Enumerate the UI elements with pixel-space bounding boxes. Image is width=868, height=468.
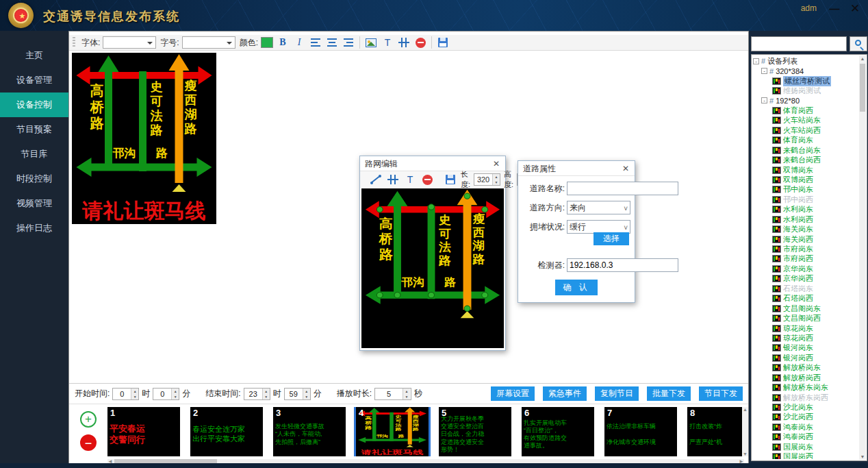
scroll-up-icon[interactable]: ▲ bbox=[742, 407, 748, 412]
spin-down-icon[interactable]: ▼ bbox=[403, 394, 410, 399]
tree-device-维扬岗测试[interactable]: 维扬岗测试 bbox=[783, 86, 821, 96]
color-swatch[interactable] bbox=[261, 37, 273, 48]
align-right-icon[interactable] bbox=[342, 36, 355, 49]
tree-device-体育岗西[interactable]: 体育岗西 bbox=[783, 106, 813, 116]
tree-device-海关岗东[interactable]: 海关岗东 bbox=[783, 224, 813, 234]
tree-device-邗中岗东[interactable]: 邗中岗东 bbox=[783, 184, 813, 195]
control-point[interactable] bbox=[376, 207, 383, 212]
line-tool-icon[interactable] bbox=[369, 173, 383, 186]
tree-device-文昌阁岗东[interactable]: 文昌阁岗东 bbox=[783, 304, 821, 314]
detector-field[interactable] bbox=[567, 258, 678, 272]
remove-frame-button[interactable]: − bbox=[80, 434, 97, 451]
minimize-icon[interactable]: — bbox=[826, 1, 843, 16]
spin-up-icon[interactable]: ▲ bbox=[131, 389, 138, 394]
duration-stepper[interactable]: 5 ▲▼ bbox=[374, 388, 411, 400]
image-icon[interactable] bbox=[364, 36, 378, 49]
action-button-2[interactable]: 复制节目 bbox=[595, 386, 639, 401]
tree-device-双博岗东[interactable]: 双博岗东 bbox=[783, 165, 813, 175]
align-center-icon[interactable] bbox=[325, 36, 339, 49]
spin-up-icon[interactable]: ▲ bbox=[172, 389, 179, 394]
tree-device-解放桥岗东[interactable]: 解放桥岗东 bbox=[783, 362, 821, 373]
spin-up-icon[interactable]: ▲ bbox=[303, 389, 310, 394]
action-button-3[interactable]: 批量下发 bbox=[647, 386, 691, 401]
tree-collapse-icon[interactable]: - bbox=[761, 68, 767, 74]
frame-thumbnail-3[interactable]: 3发生轻微交通事故“人未伤，车能动,先拍照，后撤离” bbox=[273, 407, 346, 456]
end-minute-stepper[interactable]: 59 ▲▼ bbox=[284, 388, 311, 400]
control-point[interactable] bbox=[482, 292, 488, 297]
tree-device-螺丝湾桥测试[interactable]: 螺丝湾桥测试 bbox=[783, 76, 831, 86]
control-point[interactable] bbox=[429, 292, 435, 297]
end-hour-stepper[interactable]: 23 ▲▼ bbox=[244, 388, 270, 400]
tree-device-来鹤台岗东[interactable]: 来鹤台岗东 bbox=[783, 145, 821, 156]
tree-device-市府岗西[interactable]: 市府岗西 bbox=[783, 254, 813, 264]
delete-icon[interactable] bbox=[420, 173, 434, 186]
length-stepper[interactable]: 320 ▲▼ bbox=[474, 173, 500, 186]
control-point[interactable] bbox=[464, 193, 470, 199]
close-icon[interactable]: ✕ bbox=[491, 156, 502, 171]
tree-device-文昌阁岗西[interactable]: 文昌阁岗西 bbox=[783, 313, 821, 323]
tree-device-沙北岗西[interactable]: 沙北岗西 bbox=[783, 412, 813, 422]
action-button-1[interactable]: 紧急事件 bbox=[543, 386, 587, 401]
frame-thumbnail-8[interactable]: 8打击改装“炸 严查严处“机 bbox=[687, 407, 744, 456]
control-point[interactable] bbox=[482, 207, 488, 212]
control-point[interactable] bbox=[464, 306, 470, 311]
save-icon[interactable] bbox=[436, 36, 450, 49]
tree-device-鸿泰岗西[interactable]: 鸿泰岗西 bbox=[783, 432, 813, 442]
sidebar-item-3[interactable]: 节目预案 bbox=[0, 117, 68, 142]
road-tool-icon[interactable] bbox=[386, 173, 400, 186]
tree-group-192*80[interactable]: 192*80 bbox=[776, 97, 800, 105]
tree-device-来鹤台岗西[interactable]: 来鹤台岗西 bbox=[783, 155, 821, 165]
spin-up-icon[interactable]: ▲ bbox=[493, 174, 500, 180]
control-point[interactable] bbox=[394, 292, 400, 297]
size-select[interactable] bbox=[182, 36, 235, 49]
tree-device-国展岗西[interactable]: 国展岗西 bbox=[783, 452, 813, 459]
control-point[interactable] bbox=[429, 204, 435, 210]
spin-up-icon[interactable]: ▲ bbox=[403, 389, 410, 394]
tree-group-320*384[interactable]: 320*384 bbox=[776, 67, 804, 75]
search-input[interactable] bbox=[751, 36, 847, 51]
delete-icon[interactable] bbox=[413, 36, 427, 49]
italic-icon[interactable]: I bbox=[292, 36, 306, 49]
start-hour-stepper[interactable]: 0 ▲▼ bbox=[112, 388, 139, 400]
tree-device-水利岗东[interactable]: 水利岗东 bbox=[783, 204, 813, 214]
add-frame-button[interactable]: + bbox=[80, 411, 97, 428]
save-icon[interactable] bbox=[444, 173, 457, 186]
scroll-down-icon[interactable]: ▼ bbox=[742, 452, 748, 456]
select-detector-button[interactable]: 选择 bbox=[593, 232, 629, 245]
search-button[interactable] bbox=[850, 36, 867, 51]
road-direction-select[interactable]: 来向 ˅ bbox=[567, 201, 630, 214]
frame-thumbnail-1[interactable]: 1平安春运交警同行 bbox=[107, 407, 180, 456]
scroll-down-icon[interactable]: ▼ bbox=[859, 454, 866, 459]
close-icon[interactable]: ✕ bbox=[846, 1, 864, 16]
tree-device-银河岗西[interactable]: 银河岗西 bbox=[783, 353, 813, 363]
tree-device-京华岗东[interactable]: 京华岗东 bbox=[783, 264, 813, 274]
tree-collapse-icon[interactable]: - bbox=[761, 97, 767, 103]
tree-device-解放桥岗西[interactable]: 解放桥岗西 bbox=[783, 373, 821, 383]
bold-icon[interactable]: B bbox=[276, 36, 290, 49]
toolbar-grip[interactable] bbox=[73, 37, 75, 48]
action-button-4[interactable]: 节目下发 bbox=[699, 386, 743, 401]
tree-device-琼花岗东[interactable]: 琼花岗东 bbox=[783, 323, 813, 334]
road-name-field[interactable] bbox=[567, 182, 678, 195]
editor-canvas[interactable]: 高桥路史可法路瘦西湖路邗沟路请礼让斑马线 路网编辑 ✕ T 长度: bbox=[69, 51, 748, 383]
scroll-up-icon[interactable]: ▲ bbox=[859, 56, 866, 61]
tree-device-火车站岗西[interactable]: 火车站岗西 bbox=[783, 125, 821, 136]
tree-vscrollbar[interactable]: ▲ ▼ bbox=[859, 56, 866, 460]
sidebar-item-7[interactable]: 操作日志 bbox=[0, 216, 68, 241]
sidebar-item-5[interactable]: 时段控制 bbox=[0, 167, 68, 191]
tree-device-琼花岗西[interactable]: 琼花岗西 bbox=[783, 333, 813, 343]
scrollbar-thumb[interactable] bbox=[860, 64, 865, 112]
tree-device-国展岗东[interactable]: 国展岗东 bbox=[783, 442, 813, 452]
tree-device-鸿泰岗东[interactable]: 鸿泰岗东 bbox=[783, 422, 813, 432]
tree-root-label[interactable]: 设备列表 bbox=[767, 56, 797, 66]
tree-device-银河岗东[interactable]: 银河岗东 bbox=[783, 343, 813, 353]
tree-device-双博岗西[interactable]: 双博岗西 bbox=[783, 175, 813, 185]
spin-up-icon[interactable]: ▲ bbox=[263, 389, 270, 394]
frame-thumbnail-2[interactable]: 2春运安全连万家出行平安靠大家 bbox=[190, 407, 263, 456]
frame-thumbnail-6[interactable]: 6扎实开展电动车“百日整治”，有效预防道路交通事故。 bbox=[522, 407, 594, 456]
sidebar-item-1[interactable]: 设备管理 bbox=[0, 68, 68, 93]
action-button-0[interactable]: 屏幕设置 bbox=[491, 386, 535, 401]
congestion-select[interactable]: 缓行 ˅ bbox=[567, 220, 630, 234]
tree-device-石塔岗西[interactable]: 石塔岗西 bbox=[783, 293, 813, 304]
frame-thumbnail-7[interactable]: 7依法治理非标车辆 净化城市交通环境 bbox=[604, 407, 677, 456]
